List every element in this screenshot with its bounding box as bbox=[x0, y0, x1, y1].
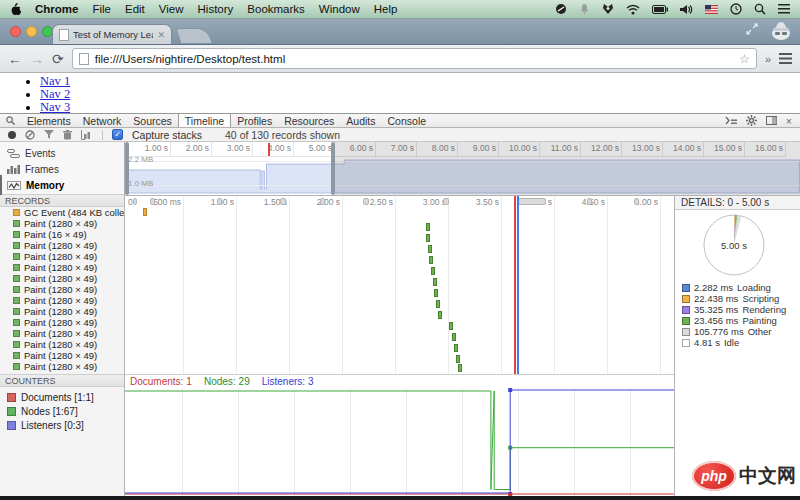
record-row[interactable]: Paint (1280 × 49) bbox=[0, 306, 124, 317]
paint-record-bar[interactable] bbox=[458, 364, 462, 372]
overflow-bookmarks-icon[interactable]: » bbox=[765, 53, 771, 65]
close-tab-icon[interactable]: ✕ bbox=[157, 30, 165, 40]
menu-app-name[interactable]: Chrome bbox=[35, 3, 78, 15]
paint-record-bar[interactable] bbox=[449, 322, 453, 330]
gc-event-bar[interactable] bbox=[143, 208, 147, 216]
devtools-tab[interactable]: Profiles bbox=[231, 114, 278, 127]
record-pill[interactable] bbox=[280, 198, 286, 205]
incognito-avatar-icon[interactable] bbox=[770, 21, 792, 41]
apple-menu-icon[interactable] bbox=[10, 3, 21, 16]
devtools-tab[interactable]: Sources bbox=[127, 114, 178, 127]
dock-side-icon[interactable] bbox=[766, 116, 777, 125]
paint-record-bar[interactable] bbox=[429, 256, 433, 264]
url-text[interactable]: file:///Users/nightire/Desktop/test.html bbox=[95, 53, 733, 65]
paint-record-bar[interactable] bbox=[454, 344, 458, 352]
record-row[interactable]: GC Event (484 KB collected) bbox=[0, 207, 124, 218]
menu-item[interactable]: Bookmarks bbox=[247, 3, 305, 15]
devtools-tab[interactable]: Console bbox=[382, 114, 433, 127]
expand-arrows-icon[interactable] bbox=[746, 23, 758, 35]
record-row[interactable]: Paint (1280 × 49) bbox=[0, 328, 124, 339]
paint-record-bar[interactable] bbox=[438, 311, 442, 319]
devtools-tab[interactable]: Timeline bbox=[178, 114, 231, 127]
record-row[interactable]: Paint (1280 × 49) bbox=[0, 273, 124, 284]
counter-row[interactable]: Listeners [0:3] bbox=[0, 418, 124, 432]
paint-record-bar[interactable] bbox=[434, 289, 438, 297]
address-bar[interactable]: file:///Users/nightire/Desktop/test.html… bbox=[72, 48, 757, 69]
menu-item[interactable]: Help bbox=[374, 3, 398, 15]
record-row[interactable]: Paint (1280 × 49) bbox=[0, 295, 124, 306]
record-row[interactable]: Paint (1280 × 49) bbox=[0, 262, 124, 273]
bookmark-star-icon[interactable]: ☆ bbox=[739, 52, 750, 66]
devtools-tab[interactable]: Network bbox=[77, 114, 128, 127]
record-row[interactable]: Paint (16 × 49) bbox=[0, 229, 124, 240]
menu-item[interactable]: Window bbox=[319, 3, 360, 15]
counter-row[interactable]: Nodes [1:67] bbox=[0, 404, 124, 418]
record-row[interactable]: Paint (1280 × 49) bbox=[0, 317, 124, 328]
menu-item[interactable]: View bbox=[159, 3, 184, 15]
browser-tab[interactable]: Test of Memory Leaking ✕ bbox=[52, 24, 172, 44]
record-row[interactable]: Paint (1280 × 49) bbox=[0, 339, 124, 350]
record-pill[interactable] bbox=[518, 198, 546, 205]
sidebar-item-frames[interactable]: Frames bbox=[0, 161, 124, 177]
record-pill[interactable] bbox=[443, 198, 449, 205]
notifications-bell-icon[interactable] bbox=[579, 3, 590, 15]
new-tab-button[interactable] bbox=[176, 28, 213, 43]
battery-icon[interactable] bbox=[652, 5, 668, 14]
overview-unselected-region[interactable] bbox=[335, 142, 800, 195]
overview-left-handle[interactable] bbox=[125, 142, 129, 195]
frames-mode-icon[interactable] bbox=[81, 130, 93, 140]
sidebar-item-memory[interactable]: Memory bbox=[0, 177, 124, 193]
close-devtools-icon[interactable]: × bbox=[786, 115, 792, 127]
record-row[interactable]: Paint (1280 × 49) bbox=[0, 218, 124, 229]
notification-center-icon[interactable] bbox=[778, 4, 790, 14]
minimize-window-button[interactable] bbox=[26, 26, 37, 37]
volume-icon[interactable] bbox=[680, 4, 693, 15]
paint-record-bar[interactable] bbox=[426, 223, 430, 231]
capture-stacks-checkbox[interactable]: ✓ bbox=[112, 129, 123, 140]
clear-icon[interactable] bbox=[25, 130, 35, 140]
forward-button[interactable]: → bbox=[30, 52, 44, 66]
clock-icon[interactable] bbox=[730, 3, 742, 15]
record-row[interactable]: Paint (1280 × 49) bbox=[0, 350, 124, 361]
record-pill[interactable] bbox=[217, 198, 222, 205]
devtools-tab[interactable]: Audits bbox=[340, 114, 381, 127]
devtools-tab[interactable]: Resources bbox=[278, 114, 340, 127]
paint-record-bar[interactable] bbox=[456, 355, 460, 363]
devtools-tab[interactable]: Elements bbox=[21, 114, 77, 127]
record-row[interactable]: Paint (1280 × 49) bbox=[0, 361, 124, 372]
paint-record-bar[interactable] bbox=[428, 245, 432, 253]
paint-record-bar[interactable] bbox=[436, 300, 440, 308]
capture-stacks-label[interactable]: Capture stacks bbox=[132, 129, 202, 141]
console-drawer-icon[interactable] bbox=[725, 116, 737, 125]
close-window-button[interactable] bbox=[10, 26, 21, 37]
nav-link[interactable]: Nav 1 bbox=[40, 74, 70, 88]
paint-record-bar[interactable] bbox=[431, 267, 435, 275]
menu-item[interactable]: History bbox=[198, 3, 234, 15]
record-row[interactable]: Paint (1280 × 49) bbox=[0, 251, 124, 262]
nav-link[interactable]: Nav 3 bbox=[40, 100, 70, 113]
trash-icon[interactable] bbox=[63, 130, 72, 140]
overview-right-handle[interactable] bbox=[331, 142, 335, 195]
record-pill[interactable] bbox=[587, 198, 592, 205]
sidebar-item-events[interactable]: Events bbox=[0, 145, 124, 161]
record-pill[interactable] bbox=[133, 198, 137, 205]
filter-icon[interactable] bbox=[44, 130, 54, 139]
menu-item[interactable]: File bbox=[92, 3, 111, 15]
record-pill[interactable] bbox=[150, 198, 155, 205]
back-button[interactable]: ← bbox=[8, 52, 22, 66]
reload-button[interactable]: ⟳ bbox=[52, 52, 64, 66]
counter-row[interactable]: Documents [1:1] bbox=[0, 390, 124, 404]
input-flag-icon[interactable] bbox=[705, 5, 718, 14]
scrollbar[interactable] bbox=[0, 175, 2, 195]
record-pill[interactable] bbox=[320, 198, 325, 205]
paint-record-bar[interactable] bbox=[452, 333, 456, 341]
record-pill[interactable] bbox=[634, 198, 639, 205]
search-icon[interactable] bbox=[0, 114, 21, 127]
timeline-overview[interactable]: 1.00 s2.00 s3.00 s4.00 s5.00 s6.00 s7.00… bbox=[125, 142, 800, 196]
paint-record-bar[interactable] bbox=[426, 234, 430, 242]
menu-hamburger-icon[interactable] bbox=[779, 53, 792, 64]
nav-link[interactable]: Nav 2 bbox=[40, 87, 70, 101]
record-row[interactable]: Paint (1280 × 49) bbox=[0, 240, 124, 251]
record-row[interactable]: Paint (1280 × 49) bbox=[0, 284, 124, 295]
app-circle-icon[interactable] bbox=[555, 3, 567, 15]
